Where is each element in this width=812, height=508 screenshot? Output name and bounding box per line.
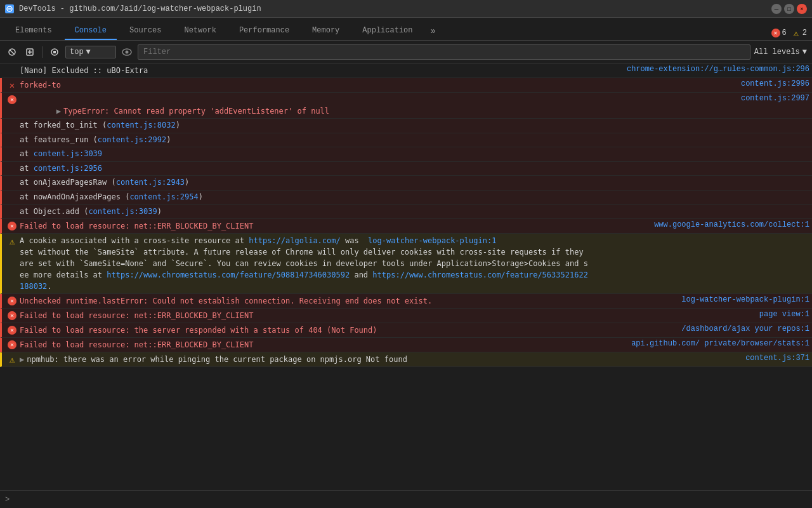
stack-trace-line: at features_run (content.js:2992)	[0, 133, 812, 148]
entry-source-link[interactable]: content.js:2996	[741, 79, 809, 88]
stack-trace-line: at content.js:3039	[0, 147, 812, 162]
console-input[interactable]	[13, 495, 807, 504]
preserve-log-button[interactable]	[23, 45, 37, 59]
entry-source-link[interactable]: /dashboard/ajax your repos:1	[681, 324, 809, 333]
stack-link[interactable]: content.js:2992	[98, 135, 166, 144]
svg-line-3	[10, 50, 14, 54]
entry-source-link[interactable]: chrome-extension://g…rules-common.js:296	[627, 65, 809, 74]
error-circle-icon: ✕	[8, 311, 16, 320]
stack-trace-line: at forked_to_init (content.js:8032)	[0, 119, 812, 133]
more-tabs-button[interactable]: »	[426, 22, 441, 40]
filter-input[interactable]	[138, 44, 750, 60]
entry-content: Failed to load resource: the server resp…	[20, 324, 809, 336]
entry-source-link[interactable]: log-watcher-webpack-plugin:1	[681, 295, 809, 304]
console-output[interactable]: [Nano] Excluded :: uBO-Extra chrome-exte…	[0, 64, 812, 490]
entry-text: A cookie associated with a cross-site re…	[20, 235, 591, 292]
log-entry: ✕ Unchecked runtime.lastError: Could not…	[0, 294, 812, 309]
tab-elements[interactable]: Elements	[5, 22, 62, 40]
error-badge: ✕ 6	[771, 29, 787, 37]
entry-content: A cookie associated with a cross-site re…	[20, 235, 809, 292]
entry-text: Unchecked runtime.lastError: Could not e…	[20, 295, 676, 307]
stop-button[interactable]	[48, 45, 62, 59]
devtools-icon	[5, 4, 14, 13]
entry-content: Failed to load resource: net::ERR_BLOCKE…	[20, 339, 809, 351]
tab-application[interactable]: Application	[352, 22, 422, 40]
entry-source-link[interactable]: content.js:371	[745, 354, 809, 363]
prompt-icon: >	[5, 495, 10, 504]
entry-icon-error: ✕	[7, 296, 17, 306]
stack-link[interactable]: content.js:2943	[116, 178, 185, 187]
expand-arrow-npmhub[interactable]: ▶	[20, 355, 24, 364]
chromestatus-link1[interactable]: https://www.chromestatus.com/feature/508…	[107, 271, 350, 279]
warn-icon: ⚠	[792, 29, 801, 37]
error-circle-icon: ✕	[8, 297, 16, 305]
minimize-button[interactable]: ─	[771, 4, 782, 14]
log-entry: ✕ forked-to content.js:2996	[0, 78, 812, 93]
nav-tabs: Elements Console Sources Network Perform…	[0, 18, 812, 41]
log-entry: [Nano] Excluded :: uBO-Extra chrome-exte…	[0, 64, 812, 78]
close-button[interactable]: ×	[797, 4, 807, 14]
entry-icon-error: ✕	[7, 95, 17, 105]
stack-text: at Object.add (content.js:3039)	[20, 207, 162, 216]
log-entry: ✕ Failed to load resource: the server re…	[0, 323, 812, 338]
stack-text: at content.js:2956	[20, 164, 102, 173]
entry-content: Failed to load resource: net::ERR_BLOCKE…	[20, 310, 809, 321]
error-circle-icon: ✕	[8, 222, 16, 231]
log-watcher-link[interactable]: log-watcher-webpack-plugin:1	[368, 236, 496, 245]
entry-icon-error: ✕	[7, 340, 17, 350]
log-entry: ✕ Failed to load resource: net::ERR_BLOC…	[0, 219, 812, 234]
entry-icon-error: ✕	[7, 325, 17, 335]
log-entry: ⚠ A cookie associated with a cross-site …	[0, 234, 812, 294]
stack-link[interactable]: content.js:2956	[34, 164, 102, 173]
stack-trace-line: at content.js:2956	[0, 162, 812, 177]
entry-text: ▶npmhub: there was an error while pingin…	[20, 354, 740, 365]
tab-memory[interactable]: Memory	[302, 22, 350, 40]
toolbar-divider	[42, 46, 43, 58]
log-levels-selector[interactable]: All levels ▼	[754, 48, 807, 57]
algolia-link[interactable]: https://algolia.com/	[249, 236, 341, 245]
entry-text: ▶TypeError: Cannot read property 'addEve…	[20, 94, 736, 117]
error-circle-icon: ✕	[8, 95, 16, 104]
stack-text: at onAjaxedPagesRaw (content.js:2943)	[20, 178, 189, 187]
svg-point-10	[126, 50, 129, 53]
entry-content: [Nano] Excluded :: uBO-Extra chrome-exte…	[20, 65, 809, 76]
entry-source-link[interactable]: api.github.com/ private/browser/stats:1	[631, 339, 809, 348]
clear-console-button[interactable]	[5, 45, 19, 59]
x-icon: ✕	[10, 80, 15, 91]
window-controls: ─ □ ×	[771, 4, 807, 14]
context-label: top	[70, 48, 84, 57]
stack-link[interactable]: content.js:8032	[107, 121, 175, 130]
entry-text: forked-to	[20, 79, 736, 91]
expand-arrow[interactable]: ▶	[56, 107, 61, 116]
log-entry: ⚠ ▶npmhub: there was an error while ping…	[0, 352, 812, 367]
stack-text: at nowAndOnAjaxedPages (content.js:2954)	[20, 192, 203, 201]
error-circle-icon: ✕	[8, 326, 16, 335]
error-icon: ✕	[771, 29, 780, 37]
log-entry: ✕ ▶TypeError: Cannot read property 'addE…	[0, 93, 812, 119]
entry-icon-none	[7, 65, 17, 76]
window-title: DevTools - github.com/Jaid/log-watcher-w…	[19, 4, 766, 13]
tab-network[interactable]: Network	[174, 22, 226, 40]
entry-source-link[interactable]: page view:1	[759, 310, 809, 319]
entry-source-link[interactable]: content.js:2997	[741, 94, 809, 103]
stack-link[interactable]: content.js:2954	[129, 192, 198, 201]
entry-icon-warn: ⚠	[7, 354, 17, 364]
context-selector[interactable]: top ▼	[65, 46, 116, 58]
entry-content: forked-to content.js:2996	[20, 79, 809, 91]
entry-source-link[interactable]: www.google-analytics.com/collect:1	[654, 220, 809, 229]
entry-text: Failed to load resource: net::ERR_BLOCKE…	[20, 220, 649, 232]
levels-chevron-icon: ▼	[802, 48, 807, 57]
error-count: 6	[782, 29, 787, 37]
eye-button[interactable]	[120, 45, 134, 59]
entry-content: Unchecked runtime.lastError: Could not e…	[20, 295, 809, 307]
tab-performance[interactable]: Performance	[229, 22, 299, 40]
stack-text: at features_run (content.js:2992)	[20, 135, 171, 144]
title-bar: DevTools - github.com/Jaid/log-watcher-w…	[0, 0, 812, 18]
console-input-area: >	[0, 490, 812, 508]
maximize-button[interactable]: □	[784, 4, 794, 14]
tab-console[interactable]: Console	[65, 22, 117, 40]
tab-sources[interactable]: Sources	[119, 22, 171, 40]
entry-text: Failed to load resource: net::ERR_BLOCKE…	[20, 310, 754, 321]
stack-link[interactable]: content.js:3039	[34, 149, 102, 158]
stack-link[interactable]: content.js:3039	[88, 207, 157, 216]
